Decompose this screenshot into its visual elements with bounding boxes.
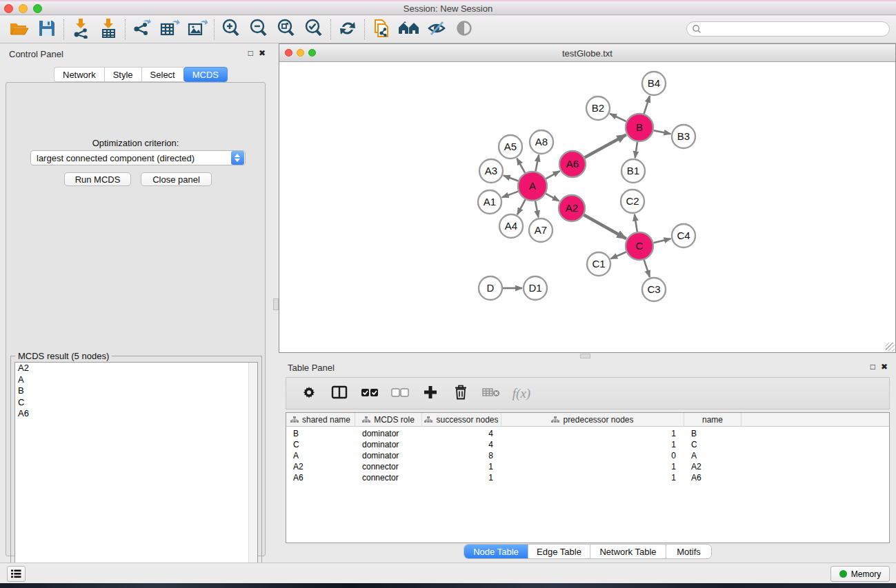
node-A5[interactable]: A5 bbox=[499, 135, 522, 159]
search-input[interactable] bbox=[701, 23, 889, 34]
node-A7[interactable]: A7 bbox=[529, 219, 552, 242]
node-B4[interactable]: B4 bbox=[642, 72, 666, 95]
column-header-predecessor-nodes[interactable]: predecessor nodes bbox=[501, 413, 684, 427]
zoom-out-button[interactable] bbox=[245, 18, 272, 41]
export-table-button[interactable] bbox=[156, 18, 183, 41]
network-canvas[interactable]: B4B2BB3A5A8A6A3AB1A1A2C2A4A7C4CC1C3DD1 bbox=[279, 62, 895, 352]
node-D1[interactable]: D1 bbox=[524, 276, 547, 300]
zoom-in-button[interactable] bbox=[217, 18, 245, 41]
tab-node-table[interactable]: Node Table bbox=[464, 545, 528, 558]
export-network-button[interactable] bbox=[128, 18, 156, 41]
search-box[interactable] bbox=[686, 21, 890, 37]
vertical-splitter-handle[interactable] bbox=[273, 298, 279, 310]
node-C4[interactable]: C4 bbox=[672, 224, 695, 247]
node-A2[interactable]: A2 bbox=[559, 195, 585, 221]
node-B3[interactable]: B3 bbox=[672, 125, 695, 148]
edge-A-A7[interactable] bbox=[535, 201, 538, 218]
node-B[interactable]: B bbox=[626, 114, 653, 141]
tab-mcds[interactable]: MCDS bbox=[183, 67, 228, 82]
node-D[interactable]: D bbox=[479, 276, 502, 300]
edge-A-A5[interactable] bbox=[517, 159, 525, 173]
tab-motifs[interactable]: Motifs bbox=[666, 545, 711, 558]
memory-button[interactable]: Memory bbox=[830, 566, 890, 582]
window-resize-grip[interactable] bbox=[886, 343, 895, 352]
edge-C-C1[interactable] bbox=[610, 252, 626, 258]
zoom-selected-button[interactable] bbox=[300, 18, 328, 41]
table-row[interactable]: Bdominator41B bbox=[286, 428, 889, 439]
edge-B-B1[interactable] bbox=[635, 142, 637, 158]
node-C[interactable]: C bbox=[626, 232, 653, 260]
table-row[interactable]: Adominator80A bbox=[286, 450, 889, 461]
zoom-fit-button[interactable] bbox=[272, 18, 300, 41]
tab-network-table[interactable]: Network Table bbox=[590, 545, 666, 558]
column-view-button[interactable] bbox=[328, 381, 351, 406]
node-B1[interactable]: B1 bbox=[621, 159, 645, 183]
edge-A2-C[interactable] bbox=[584, 215, 626, 239]
close-panel-button[interactable]: Close panel bbox=[141, 172, 212, 186]
column-header-successor-nodes[interactable]: successor nodes bbox=[422, 413, 501, 427]
first-neighbors-button[interactable] bbox=[395, 18, 423, 41]
edge-A-A8[interactable] bbox=[535, 155, 539, 172]
mcds-result-item[interactable]: A2 bbox=[15, 363, 257, 374]
column-header-name[interactable]: name bbox=[684, 413, 741, 427]
edge-A-A2[interactable] bbox=[546, 194, 559, 201]
column-header-shared-name[interactable]: shared name bbox=[286, 413, 355, 427]
refresh-button[interactable] bbox=[334, 18, 361, 41]
tab-style[interactable]: Style bbox=[104, 67, 141, 82]
node-A[interactable]: A bbox=[518, 172, 547, 201]
mcds-result-item[interactable]: C bbox=[15, 397, 257, 409]
import-network-button[interactable] bbox=[67, 18, 94, 41]
node-A4[interactable]: A4 bbox=[499, 214, 523, 238]
mcds-result-item[interactable]: A6 bbox=[15, 408, 257, 420]
float-table-panel-icon[interactable]: □ bbox=[870, 362, 875, 372]
tab-select[interactable]: Select bbox=[141, 67, 183, 82]
edge-A-A3[interactable] bbox=[504, 176, 519, 181]
mcds-result-item[interactable]: A bbox=[15, 374, 257, 386]
edge-A-A6[interactable] bbox=[546, 171, 559, 179]
node-C1[interactable]: C1 bbox=[587, 252, 610, 276]
select-all-button[interactable] bbox=[358, 381, 381, 406]
node-C2[interactable]: C2 bbox=[621, 190, 644, 213]
export-image-button[interactable] bbox=[183, 18, 211, 41]
optimization-criterion-select[interactable]: largest connected component (directed) bbox=[30, 150, 246, 165]
node-B2[interactable]: B2 bbox=[586, 97, 610, 120]
run-mcds-button[interactable]: Run MCDS bbox=[64, 172, 131, 186]
delete-column-button[interactable] bbox=[449, 381, 472, 406]
gear-button[interactable] bbox=[297, 381, 321, 406]
edge-B-B3[interactable] bbox=[654, 130, 671, 134]
save-session-button[interactable] bbox=[33, 18, 61, 41]
add-column-button[interactable] bbox=[419, 381, 442, 406]
task-history-button[interactable] bbox=[7, 566, 26, 582]
edge-B-B2[interactable] bbox=[610, 114, 626, 121]
mcds-result-item[interactable]: B bbox=[15, 385, 257, 397]
table-row[interactable]: A6connector11A6 bbox=[286, 472, 889, 483]
import-table-button[interactable] bbox=[94, 18, 122, 41]
edge-A-A4[interactable] bbox=[517, 199, 526, 214]
deselect-all-button[interactable] bbox=[388, 381, 412, 406]
tab-network[interactable]: Network bbox=[54, 67, 104, 82]
function-builder-button[interactable]: f(x) bbox=[510, 381, 533, 406]
node-A8[interactable]: A8 bbox=[530, 130, 553, 154]
close-table-panel-icon[interactable]: ✖ bbox=[881, 362, 888, 372]
show-all-button[interactable] bbox=[450, 18, 478, 41]
node-A1[interactable]: A1 bbox=[478, 190, 501, 214]
close-panel-icon[interactable]: ✖ bbox=[259, 48, 266, 58]
edge-A-A1[interactable] bbox=[502, 192, 519, 198]
edge-B-B4[interactable] bbox=[644, 96, 650, 114]
node-A6[interactable]: A6 bbox=[559, 151, 586, 177]
hide-selected-button[interactable] bbox=[423, 18, 450, 41]
table-row[interactable]: A2connector11A2 bbox=[286, 461, 889, 472]
network-window-titlebar[interactable]: testGlobe.txt bbox=[279, 44, 895, 62]
node-A3[interactable]: A3 bbox=[479, 159, 503, 183]
mcds-result-list[interactable]: A2ABCA6 bbox=[14, 362, 258, 586]
edge-A6-B[interactable] bbox=[585, 135, 626, 158]
float-panel-icon[interactable]: □ bbox=[248, 48, 253, 58]
node-C3[interactable]: C3 bbox=[642, 278, 666, 301]
duplicate-network-button[interactable] bbox=[368, 18, 395, 41]
edge-C-C4[interactable] bbox=[653, 239, 670, 243]
delete-table-button[interactable] bbox=[479, 381, 503, 406]
open-file-button[interactable] bbox=[6, 18, 33, 41]
node-table[interactable]: shared nameMCDS rolesuccessor nodesprede… bbox=[286, 412, 890, 543]
edge-C-C3[interactable] bbox=[644, 260, 650, 277]
tab-edge-table[interactable]: Edge Table bbox=[528, 545, 590, 558]
